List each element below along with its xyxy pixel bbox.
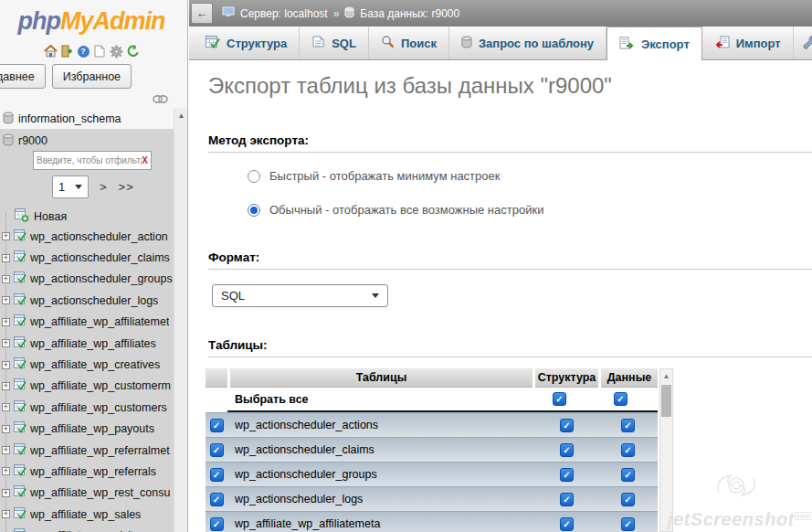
sidebar-table-item[interactable]: +wp_affiliate_wp_payouts <box>0 419 174 440</box>
sidebar-item-new-table[interactable]: Новая <box>0 206 174 227</box>
data-checkbox[interactable]: ✓ <box>621 493 635 506</box>
column-header-structure[interactable]: Структура <box>535 368 598 388</box>
breadcrumb-database-link[interactable]: База данных: r9000 <box>360 7 459 20</box>
export-method-custom-option[interactable]: Обычный - отображать все возможные настр… <box>248 203 543 217</box>
sidebar-table-item[interactable]: +wp_affiliate_wp_sales <box>0 504 174 525</box>
tab-import[interactable]: Импорт <box>702 27 794 59</box>
expand-icon[interactable]: + <box>2 403 10 411</box>
structure-checkbox[interactable]: ✓ <box>560 419 574 432</box>
structure-checkbox[interactable]: ✓ <box>560 517 574 531</box>
sidebar-table-item[interactable]: +wp_actionscheduler_groups <box>0 269 174 290</box>
recent-tab[interactable]: давнее <box>0 64 46 89</box>
expand-icon[interactable]: + <box>2 425 10 433</box>
format-select[interactable]: SQL <box>212 284 388 307</box>
column-header-tables[interactable]: Таблицы <box>230 368 533 388</box>
tab-structure[interactable]: Структура <box>194 27 300 59</box>
header-checkbox-column <box>206 368 227 388</box>
row-select-checkbox[interactable]: ✓ <box>210 419 224 432</box>
tab-query-by-example[interactable]: Запрос по шаблону <box>449 27 606 59</box>
table-row[interactable]: ✓ wp_affiliate_wp_affiliatemeta ✓ ✓ <box>206 511 658 532</box>
link-chain-icon[interactable] <box>152 91 169 108</box>
expand-icon[interactable]: + <box>2 254 10 262</box>
data-checkbox[interactable]: ✓ <box>621 517 635 531</box>
expand-icon[interactable]: + <box>2 382 10 390</box>
sidebar-table-item[interactable]: +wp_affiliate_wp_visits <box>0 525 174 532</box>
breadcrumb-server-link[interactable]: Сервер: localhost <box>240 7 328 20</box>
tab-search[interactable]: Поиск <box>369 27 449 59</box>
expand-icon[interactable]: + <box>2 446 10 454</box>
expand-icon[interactable]: + <box>2 296 10 304</box>
table-name: wp_actionscheduler_actions <box>227 419 535 431</box>
expand-icon[interactable]: + <box>2 510 10 518</box>
table-icon <box>14 271 26 286</box>
expand-icon[interactable]: + <box>2 361 10 369</box>
row-select-checkbox[interactable]: ✓ <box>210 443 224 457</box>
expand-icon[interactable]: + <box>2 489 10 497</box>
select-all-data-checkbox[interactable]: ✓ <box>614 392 627 406</box>
phpmyadmin-logo[interactable]: phpMyAdmin <box>0 7 183 36</box>
sidebar-scrollbar[interactable]: ▲ <box>174 108 188 532</box>
documentation-icon[interactable] <box>93 45 107 59</box>
table-row[interactable]: ✓ wp_actionscheduler_claims ✓ ✓ <box>206 437 658 462</box>
breadcrumb-separator: » <box>333 7 340 20</box>
watermark-swirl-logo <box>701 467 772 505</box>
structure-checkbox[interactable]: ✓ <box>560 468 574 482</box>
table-icon <box>14 357 26 372</box>
refresh-icon[interactable] <box>126 45 140 59</box>
home-icon[interactable] <box>44 45 58 59</box>
data-checkbox[interactable]: ✓ <box>621 443 635 457</box>
expand-icon[interactable]: + <box>2 339 10 347</box>
table-row[interactable]: ✓ wp_actionscheduler_groups ✓ ✓ <box>206 462 658 486</box>
row-select-checkbox[interactable]: ✓ <box>210 468 224 482</box>
tab-export[interactable]: Экспорт <box>606 27 702 60</box>
settings-gear-icon[interactable] <box>110 45 123 59</box>
last-page-link[interactable]: >> <box>119 180 134 194</box>
row-select-checkbox[interactable]: ✓ <box>210 493 224 506</box>
table-icon <box>14 229 26 244</box>
sidebar-table-item[interactable]: +wp_affiliate_wp_rest_consu <box>0 483 174 504</box>
export-method-quick-option[interactable]: Быстрый - отображать минимум настроек <box>248 169 500 183</box>
next-page-link[interactable]: > <box>100 180 108 194</box>
radio-unchecked-icon[interactable] <box>248 170 260 183</box>
select-all-structure-checkbox[interactable]: ✓ <box>553 392 566 406</box>
tab-sql[interactable]: SQL <box>300 27 369 59</box>
select-all-label[interactable]: Выбрать все <box>227 393 528 406</box>
filter-clear-button[interactable]: X <box>142 155 148 165</box>
operations-wrench-tab[interactable] <box>794 27 812 59</box>
page-select[interactable]: 1 <box>52 176 89 198</box>
expand-icon[interactable]: + <box>2 232 10 240</box>
data-checkbox[interactable]: ✓ <box>621 419 635 432</box>
sidebar-table-item[interactable]: +wp_affiliate_wp_referrals <box>0 461 174 482</box>
sidebar-table-item[interactable]: +wp_affiliate_wp_referralmet <box>0 440 174 461</box>
structure-checkbox[interactable]: ✓ <box>560 493 574 506</box>
logout-door-icon[interactable] <box>60 45 74 59</box>
sidebar-table-item[interactable]: +wp_affiliate_wp_affiliatemet <box>0 312 174 333</box>
sidebar-table-item[interactable]: +wp_affiliate_wp_customers <box>0 397 174 418</box>
table-row[interactable]: ✓ wp_actionscheduler_actions ✓ ✓ <box>206 412 658 437</box>
collapse-sidebar-button[interactable]: ← <box>191 3 213 24</box>
table-row[interactable]: ✓ wp_actionscheduler_logs ✓ ✓ <box>206 486 658 511</box>
expand-icon[interactable]: + <box>2 467 10 475</box>
data-checkbox[interactable]: ✓ <box>621 468 635 482</box>
row-select-checkbox[interactable]: ✓ <box>210 517 224 531</box>
scroll-up-icon[interactable]: ▲ <box>174 108 188 120</box>
sidebar-table-item[interactable]: +wp_actionscheduler_logs <box>0 290 174 311</box>
scrollbar-thumb[interactable] <box>661 385 671 417</box>
favorites-tab[interactable]: Избранное <box>52 64 132 89</box>
sidebar-table-item[interactable]: +wp_affiliate_wp_customerm <box>0 376 174 397</box>
help-icon[interactable]: ? <box>77 45 90 59</box>
sidebar-table-item[interactable]: +wp_affiliate_wp_creatives <box>0 354 174 375</box>
expand-icon[interactable]: + <box>2 275 10 283</box>
sidebar-item-information-schema[interactable]: information_schema <box>0 109 174 129</box>
sidebar-table-item[interactable]: +wp_affiliate_wp_affiliates <box>0 333 174 354</box>
structure-checkbox[interactable]: ✓ <box>560 443 574 457</box>
sidebar-table-item[interactable]: +wp_actionscheduler_claims <box>0 247 174 268</box>
scroll-up-icon[interactable]: ▲ <box>660 369 672 380</box>
column-header-data[interactable]: Данные <box>601 368 658 388</box>
sidebar-item-r9000[interactable]: r9000 <box>0 131 174 151</box>
table-filter-input[interactable]: Введите, чтобы отфильтрова X <box>33 151 152 170</box>
sidebar-table-item[interactable]: +wp_actionscheduler_action <box>0 226 174 247</box>
radio-checked-icon[interactable] <box>248 204 260 217</box>
table-icon <box>14 421 26 436</box>
expand-icon[interactable]: + <box>2 318 10 326</box>
